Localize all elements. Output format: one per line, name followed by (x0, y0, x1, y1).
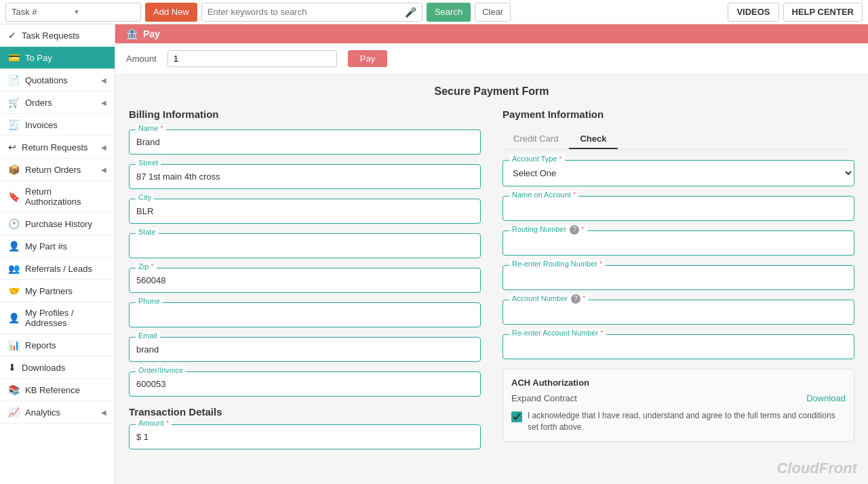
amount-input[interactable] (167, 50, 337, 67)
sidebar-label-downloads: Downloads (22, 363, 65, 373)
email-input[interactable] (129, 337, 481, 362)
downloads-icon: ⬇ (8, 362, 16, 373)
profiles-icon: 👤 (8, 312, 20, 323)
ach-download-link[interactable]: Download (806, 393, 846, 403)
main-content: 🏦 Pay Amount Pay Secure Payment Form Bil… (115, 24, 868, 484)
re-routing-number-label: Re-enter Routing Number (509, 260, 605, 268)
state-input[interactable] (129, 233, 481, 258)
search-input[interactable] (208, 7, 405, 17)
sidebar-item-invoices[interactable]: 🧾 Invoices (0, 114, 115, 136)
re-routing-number-field-wrap: Re-enter Routing Number (502, 265, 854, 290)
return-orders-arrow-icon: ◀ (101, 166, 106, 174)
pay-button[interactable]: Pay (348, 50, 387, 67)
name-on-account-input[interactable] (502, 196, 854, 221)
street-input[interactable] (129, 164, 481, 189)
sidebar-item-my-part[interactable]: 👤 My Part #s (0, 235, 115, 258)
payment-title: Payment Information (502, 108, 854, 120)
transaction-amount-input[interactable] (129, 424, 481, 449)
name-input[interactable] (129, 129, 481, 155)
task-select-dropdown[interactable]: Task # ▼ (5, 3, 141, 22)
sidebar-item-task-requests[interactable]: ✓ Task Requests (0, 24, 115, 47)
help-center-button[interactable]: HELP CENTER (783, 3, 863, 22)
city-label: City (136, 193, 154, 201)
order-invoice-input[interactable] (129, 371, 481, 397)
orders-icon: 🛒 (8, 97, 20, 108)
sidebar-item-quotations[interactable]: 📄 Quotations ◀ (0, 69, 115, 92)
sidebar-item-my-partners[interactable]: 🤝 My Partners (0, 280, 115, 302)
sidebar-label-purchase-history: Purchase History (25, 219, 92, 229)
account-number-label: Account Number ? (509, 294, 588, 304)
clear-button[interactable]: Clear (475, 3, 511, 22)
analytics-icon: 📈 (8, 407, 20, 418)
form-area: Secure Payment Form Billing Information … (115, 75, 868, 470)
sidebar-item-orders[interactable]: 🛒 Orders ◀ (0, 92, 115, 114)
name-on-account-label: Name on Account (509, 190, 578, 199)
return-auth-icon: 🔖 (8, 191, 20, 202)
return-orders-icon: 📦 (8, 164, 20, 175)
zip-input[interactable] (129, 268, 481, 293)
sidebar-label-analytics: Analytics (25, 407, 60, 418)
name-label: Name (136, 124, 166, 132)
city-field-wrap: City (129, 199, 481, 224)
ach-authorization-box: ACH Authorization Expand Contract Downlo… (502, 369, 854, 442)
reports-icon: 📊 (8, 340, 20, 350)
re-account-number-label: Re-enter Account Number (509, 329, 606, 337)
phone-input[interactable] (129, 302, 481, 327)
account-help-icon[interactable]: ? (571, 294, 580, 304)
sidebar-item-reports[interactable]: 📊 Reports (0, 334, 115, 357)
topbar: Task # ▼ Add New 🎤 Search Clear VIDEOS H… (0, 0, 868, 24)
return-requests-icon: ↩ (8, 142, 16, 153)
sidebar-item-return-orders[interactable]: 📦 Return Orders ◀ (0, 159, 115, 181)
sidebar-item-kb-reference[interactable]: 📚 KB Reference (0, 379, 115, 401)
sidebar-item-referrals[interactable]: 👥 Referrals / Leads (0, 258, 115, 280)
transaction-amount-label: Amount (136, 419, 172, 427)
ach-checkbox-text: I acknowledge that I have read, understa… (528, 410, 846, 433)
videos-button[interactable]: VIDEOS (728, 3, 778, 22)
account-type-select[interactable]: Select One Checking Savings (502, 160, 854, 186)
account-type-label: Account Type (509, 155, 565, 163)
amount-row: Amount Pay (115, 43, 868, 75)
search-button[interactable]: Search (427, 3, 471, 22)
task-select-chevron-icon: ▼ (73, 8, 135, 16)
state-label: State (136, 228, 159, 236)
billing-title: Billing Information (129, 108, 481, 120)
re-routing-number-input[interactable] (502, 265, 854, 290)
pay-header-icon: 🏦 (126, 28, 138, 39)
sidebar-item-purchase-history[interactable]: 🕐 Purchase History (0, 213, 115, 235)
ach-checkbox[interactable] (511, 411, 522, 422)
phone-field-wrap: Phone (129, 302, 481, 327)
zip-field-wrap: Zip (129, 268, 481, 293)
re-account-number-field-wrap: Re-enter Account Number (502, 334, 854, 359)
sidebar-label-quotations: Quotations (25, 75, 68, 85)
email-label: Email (136, 331, 160, 340)
quotations-icon: 📄 (8, 75, 20, 85)
state-field-wrap: State (129, 233, 481, 258)
pay-header-title: Pay (143, 28, 160, 39)
account-type-field-wrap: Account Type Select One Checking Savings (502, 160, 854, 186)
routing-help-icon[interactable]: ? (570, 225, 579, 235)
sidebar-label-invoices: Invoices (25, 120, 58, 130)
sidebar-item-return-requests[interactable]: ↩ Return Requests ◀ (0, 136, 115, 159)
sidebar-item-return-authorizations[interactable]: 🔖 Return Authorizations (0, 181, 115, 213)
secure-payment-title: Secure Payment Form (129, 85, 854, 98)
ach-checkbox-row: I acknowledge that I have read, understa… (511, 410, 846, 433)
tab-credit-card[interactable]: Credit Card (502, 129, 569, 149)
search-wrap: 🎤 (201, 3, 422, 22)
street-label: Street (136, 159, 161, 167)
tab-check[interactable]: Check (569, 129, 617, 149)
ach-title: ACH Authorization (511, 378, 846, 388)
routing-number-field-wrap: Routing Number ? (502, 230, 854, 256)
sidebar-label-reports: Reports (25, 340, 56, 350)
city-input[interactable] (129, 199, 481, 224)
sidebar-item-profiles-addresses[interactable]: 👤 My Profiles / Addresses (0, 302, 115, 334)
phone-label: Phone (136, 297, 163, 305)
my-partners-icon: 🤝 (8, 285, 20, 296)
task-requests-icon: ✓ (8, 30, 16, 41)
add-new-button[interactable]: Add New (145, 3, 197, 22)
sidebar-item-to-pay[interactable]: 💳 To Pay (0, 47, 115, 69)
name-on-account-field-wrap: Name on Account (502, 196, 854, 221)
sidebar-label-referrals: Referrals / Leads (25, 264, 92, 274)
re-account-number-input[interactable] (502, 334, 854, 359)
sidebar-item-analytics[interactable]: 📈 Analytics ◀ (0, 401, 115, 424)
sidebar-item-downloads[interactable]: ⬇ Downloads (0, 357, 115, 379)
